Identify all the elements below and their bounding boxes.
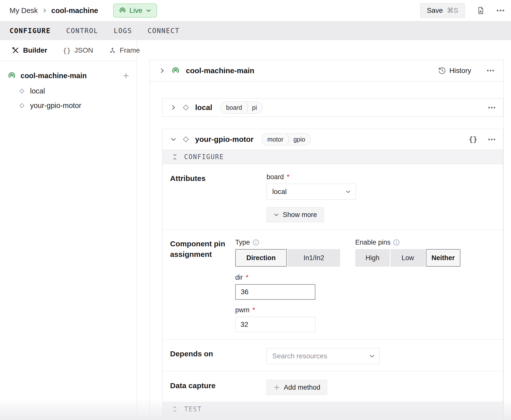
show-more-button[interactable]: Show more — [267, 207, 324, 222]
braces-icon: {} — [469, 135, 477, 144]
machine-broadcast-icon — [171, 66, 180, 75]
machine-part-title: cool-machine-main — [186, 66, 254, 75]
history-label: History — [449, 67, 471, 75]
resource-type-badge: board pi — [220, 101, 263, 114]
motor-card-title: your-gpio-motor — [195, 135, 253, 144]
breadcrumb: My Desk cool-machine Live — [10, 4, 157, 18]
machine-broadcast-icon — [119, 7, 126, 14]
chevron-right-icon[interactable] — [159, 67, 165, 74]
tree-machine-row[interactable]: cool-machine-main — [8, 68, 130, 83]
chevron-down-icon[interactable] — [170, 136, 177, 143]
machine-name: cool-machine — [51, 7, 98, 15]
attributes-heading: Attributes — [170, 173, 267, 222]
motor-card-header: your-gpio-motor motor gpio {} — [163, 129, 503, 150]
machine-broadcast-icon — [8, 71, 16, 80]
add-method-button[interactable]: Add method — [267, 380, 327, 395]
depends-on-heading: Depends on — [170, 348, 267, 364]
plus-icon — [122, 72, 130, 79]
history-button[interactable]: History — [438, 67, 471, 75]
part-menu-button[interactable] — [487, 69, 494, 72]
resource-tree: cool-machine-main local your-gpio-motor — [0, 61, 137, 113]
tree-item-local[interactable]: local — [8, 84, 130, 98]
ellipsis-icon — [488, 138, 495, 141]
add-resource-button[interactable] — [122, 72, 130, 79]
motor-json-toggle[interactable]: {} — [469, 135, 477, 144]
pwm-input[interactable] — [235, 317, 315, 332]
resource-type-badge: motor gpio — [262, 133, 311, 145]
viam-machine-page: My Desk cool-machine Live Save ⌘S — [0, 0, 511, 420]
configure-section-bar[interactable]: CONFIGURE — [163, 150, 503, 164]
badge-type: board — [226, 104, 242, 111]
viewtab-json[interactable]: {} JSON — [63, 46, 93, 54]
chevron-right-icon[interactable] — [170, 104, 177, 111]
badge-model: gpio — [293, 136, 305, 143]
attributes-section: Attributes board * local — [163, 164, 503, 229]
enable-pins-segmented-control: High Low Neither — [355, 249, 460, 267]
top-actions: Save ⌘S — [420, 3, 504, 18]
badge-model: pi — [252, 104, 257, 111]
type-option-direction[interactable]: Direction — [235, 249, 287, 267]
machine-part-card: cool-machine-main History — [150, 60, 503, 420]
card-tail — [163, 416, 503, 420]
viewtab-builder-label: Builder — [23, 46, 47, 54]
enable-option-neither[interactable]: Neither — [426, 249, 460, 267]
info-icon[interactable] — [393, 239, 400, 246]
ellipsis-icon — [488, 107, 495, 109]
breadcrumb-location[interactable]: My Desk — [10, 7, 38, 15]
pin-assignment-section: Component pin assignment Type — [163, 229, 503, 339]
component-diamond-icon — [182, 104, 190, 111]
required-asterisk: * — [252, 306, 255, 314]
local-card-header: local board pi — [163, 98, 503, 117]
ellipsis-icon — [496, 9, 504, 12]
save-button[interactable]: Save ⌘S — [420, 3, 465, 18]
machine-part-body: local board pi — [150, 81, 503, 420]
chevron-down-icon — [146, 8, 152, 14]
dir-input[interactable] — [235, 284, 315, 300]
machine-menu-button[interactable] — [496, 9, 504, 12]
test-section-label: TEST — [184, 405, 202, 413]
chevron-down-icon — [273, 212, 279, 218]
tree-item-label: local — [30, 87, 45, 95]
test-section-bar[interactable]: TEST — [163, 402, 503, 416]
add-method-label: Add method — [284, 384, 320, 391]
tree-item-your-gpio-motor[interactable]: your-gpio-motor — [8, 98, 130, 113]
live-status-label: Live — [130, 7, 142, 15]
depends-on-select[interactable]: Search resources — [267, 348, 380, 364]
enable-pins-label: Enable pins — [355, 238, 460, 247]
badge-divider-chevron — [287, 134, 290, 145]
enable-option-high[interactable]: High — [355, 249, 390, 267]
board-select[interactable]: local — [267, 184, 356, 200]
enable-pins-toggle-group: Enable pins High Low Neither — [355, 238, 460, 267]
required-asterisk: * — [287, 173, 290, 181]
breadcrumb-chevron-icon — [42, 8, 47, 13]
type-option-in1in2[interactable]: In1/In2 — [288, 249, 340, 267]
configure-content: cool-machine-main History — [137, 40, 511, 420]
tab-control[interactable]: CONTROL — [66, 27, 98, 35]
main-tab-bar: CONFIGURE CONTROL LOGS CONNECT — [0, 21, 511, 40]
data-capture-heading: Data capture — [170, 380, 267, 395]
configure-section-label: CONFIGURE — [184, 153, 224, 161]
local-board-card: local board pi — [162, 98, 503, 117]
frame-axes-icon — [109, 47, 116, 54]
pin-assignment-heading: Component pin assignment — [170, 238, 235, 332]
motor-menu-button[interactable] — [488, 138, 495, 141]
local-card-title: local — [195, 103, 212, 112]
tab-configure[interactable]: CONFIGURE — [10, 27, 51, 35]
tree-item-label: your-gpio-motor — [30, 101, 81, 110]
info-icon[interactable] — [252, 239, 259, 246]
type-label: Type — [235, 238, 340, 247]
dir-field-label: dir * — [235, 273, 494, 282]
configure-sidebar: Builder {} JSON Frame — [0, 40, 137, 420]
tab-connect[interactable]: CONNECT — [148, 27, 180, 35]
enable-option-low[interactable]: Low — [391, 249, 425, 267]
viewtab-frame[interactable]: Frame — [109, 46, 140, 54]
file-chart-icon — [476, 6, 485, 15]
live-status-dropdown[interactable]: Live — [113, 4, 157, 18]
local-menu-button[interactable] — [488, 107, 495, 109]
badge-divider-chevron — [246, 102, 248, 113]
chevron-down-icon — [345, 189, 351, 195]
viewtab-builder[interactable]: Builder — [12, 46, 47, 54]
data-capture-section: Data capture Add method — [163, 371, 503, 402]
machine-metrics-button[interactable] — [476, 6, 485, 15]
tab-logs[interactable]: LOGS — [114, 27, 132, 35]
